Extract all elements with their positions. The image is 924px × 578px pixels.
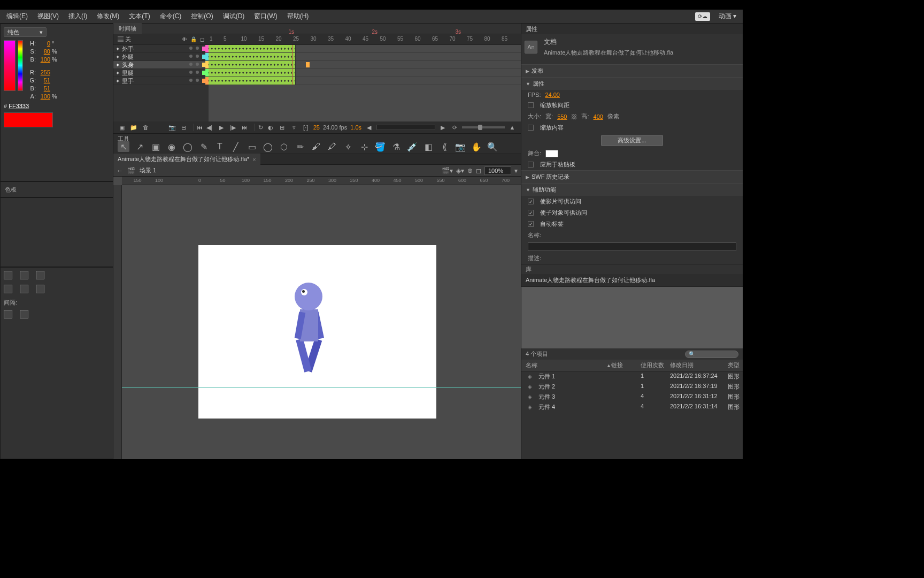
align-right-icon[interactable] — [36, 271, 44, 279]
distribute-v-icon[interactable] — [20, 285, 28, 293]
layer-row[interactable]: ✦外手 — [113, 45, 209, 53]
marker2-icon[interactable]: [·] — [302, 124, 310, 131]
menu-modify[interactable]: 修改(M) — [93, 10, 124, 23]
publish-section[interactable]: ▶发布 — [521, 65, 743, 77]
step-fwd-icon[interactable]: |▶ — [229, 124, 237, 131]
timeline-zoom-icon[interactable]: ⟳ — [450, 124, 459, 131]
center-frame-icon[interactable]: ⊟ — [180, 124, 188, 131]
menu-command[interactable]: 命令(C) — [156, 10, 186, 23]
polystar-tool[interactable]: ⬡ — [278, 141, 290, 152]
space-h-icon[interactable] — [4, 310, 12, 318]
library-item[interactable]: ◈元件 112021/2/2 16:37:24图形 — [521, 371, 743, 382]
alpha-value[interactable]: 100 — [37, 93, 50, 100]
brush-tool[interactable]: 🖌 — [310, 141, 322, 152]
free-transform-tool[interactable]: ▣ — [150, 141, 161, 152]
lib-col-type[interactable]: 类型 — [728, 361, 743, 369]
lock-icon[interactable]: 🔒 — [190, 36, 197, 42]
acc-name-input[interactable] — [528, 242, 736, 251]
acc-auto-checkbox[interactable]: ✓ — [528, 221, 534, 227]
properties-tab[interactable]: 属性 — [526, 25, 537, 33]
menu-view[interactable]: 视图(V) — [33, 10, 63, 23]
space-v-icon[interactable] — [20, 310, 28, 318]
eyedropper-tool[interactable]: 💉 — [406, 141, 418, 152]
width-tool[interactable]: ⟪ — [438, 141, 450, 152]
red-value[interactable]: 255 — [37, 69, 50, 75]
paint-bucket-tool[interactable]: 🪣 — [374, 141, 386, 152]
zoom-tool[interactable]: 🔍 — [487, 141, 498, 152]
bright-value[interactable]: 100 — [37, 56, 50, 63]
stage-height[interactable]: 400 — [594, 113, 603, 120]
layer-row[interactable]: ✦里手 — [113, 77, 209, 85]
scale-frame-checkbox[interactable] — [528, 102, 534, 108]
align-center-icon[interactable] — [20, 271, 28, 279]
goto-last-icon[interactable]: ⏭ — [241, 124, 249, 131]
oval-tool[interactable]: ◯ — [262, 141, 274, 152]
library-path[interactable]: Animate人物走路教程在舞台做了如何让他移动.fla — [521, 274, 743, 287]
ink-bottle-tool[interactable]: ⚗ — [390, 141, 402, 152]
track-row[interactable] — [209, 77, 521, 85]
swf-history-section[interactable]: ▶SWF 历史记录 — [521, 171, 743, 183]
menu-text[interactable]: 文本(T) — [125, 10, 154, 23]
library-item[interactable]: ◈元件 442021/2/2 16:31:14图形 — [521, 402, 743, 412]
canvas[interactable] — [198, 245, 436, 419]
apply-paste-checkbox[interactable] — [528, 162, 534, 168]
lib-col-name[interactable]: 名称▲ — [521, 361, 611, 369]
edit-scene-icon[interactable]: 🎬▾ — [442, 167, 453, 174]
track-row[interactable] — [209, 53, 521, 61]
hand-tool[interactable]: ✋ — [471, 141, 482, 152]
visibility-icon[interactable]: 👁 — [182, 36, 187, 42]
track-row[interactable] — [209, 45, 521, 53]
new-layer-icon[interactable]: ▣ — [118, 124, 126, 131]
green-value[interactable]: 51 — [37, 77, 50, 83]
hue-value[interactable]: 0 — [37, 40, 50, 47]
saturation-picker[interactable] — [4, 40, 16, 91]
timeline-fit-icon[interactable]: ▲ — [508, 124, 517, 131]
menu-window[interactable]: 窗口(W) — [250, 10, 281, 23]
timeline-zoom-slider[interactable] — [462, 126, 505, 128]
lasso-tool[interactable]: ◯ — [182, 141, 194, 152]
selection-tool[interactable]: ↖ — [118, 141, 129, 152]
clip-stage-icon[interactable]: ◻ — [476, 167, 481, 174]
rectangle-tool[interactable]: ▭ — [246, 141, 258, 152]
edit-multi-icon[interactable]: ⊞ — [278, 124, 287, 131]
library-item[interactable]: ◈元件 212021/2/2 16:37:19图形 — [521, 382, 743, 392]
loop-icon[interactable]: ↻ — [255, 124, 263, 131]
menu-help[interactable]: 帮助(H) — [283, 10, 313, 23]
guide-line[interactable] — [122, 387, 521, 388]
workspace-dropdown[interactable]: 动画 ▾ — [714, 10, 741, 23]
menu-insert[interactable]: 插入(I) — [64, 10, 91, 23]
scene-name[interactable]: 场景 1 — [140, 166, 156, 174]
eraser-tool[interactable]: ◧ — [422, 141, 434, 152]
marker-icon[interactable]: ▿ — [290, 124, 298, 131]
play-icon[interactable]: ▶ — [217, 124, 226, 131]
menu-debug[interactable]: 调试(D) — [219, 10, 249, 23]
library-tab[interactable]: 库 — [521, 264, 743, 274]
align-left-icon[interactable] — [4, 271, 12, 279]
edit-symbol-icon[interactable]: ◈▾ — [456, 167, 464, 174]
bind-tool[interactable]: ⊹ — [358, 141, 370, 152]
text-tool[interactable]: T — [214, 141, 226, 152]
track-row[interactable] — [209, 69, 521, 77]
onion-skin-icon[interactable]: ◐ — [266, 124, 275, 131]
sat-value[interactable]: 80 — [37, 48, 50, 55]
goto-first-icon[interactable]: ⏮ — [194, 124, 202, 131]
layer-row[interactable]: ✦里腿 — [113, 69, 209, 77]
center-stage-icon[interactable]: ⊕ — [467, 167, 473, 174]
close-tab-icon[interactable]: × — [252, 156, 256, 163]
fps-value[interactable]: 24.00 — [545, 92, 560, 98]
lib-col-link[interactable]: 链接 — [611, 361, 641, 369]
hue-slider[interactable] — [18, 40, 23, 91]
track-row[interactable]: ◀▯▯▶ — [209, 61, 521, 69]
delete-layer-icon[interactable]: 🗑 — [141, 124, 150, 131]
props-section[interactable]: ▼属性 — [521, 78, 743, 90]
stage-width[interactable]: 550 — [557, 113, 567, 120]
zoom-dropdown-arrow[interactable]: ▾ — [514, 167, 518, 174]
library-search-input[interactable]: 🔍 — [685, 351, 738, 358]
pencil-tool[interactable]: ✏ — [294, 141, 306, 152]
scale-content-checkbox[interactable] — [528, 125, 534, 131]
menu-edit[interactable]: 编辑(E) — [2, 10, 32, 23]
line-tool[interactable]: ╱ — [230, 141, 242, 152]
timeline-tab[interactable]: 时间轴 — [113, 23, 142, 34]
link-wh-icon[interactable]: ⛓ — [571, 113, 577, 120]
advanced-settings-button[interactable]: 高级设置... — [601, 135, 663, 146]
